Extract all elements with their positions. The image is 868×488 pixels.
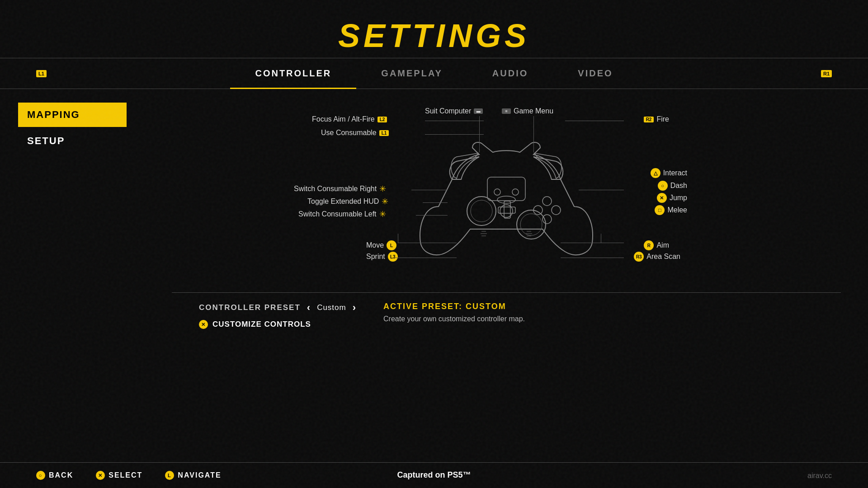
svg-point-1 xyxy=(467,197,496,225)
svg-point-13 xyxy=(500,205,513,217)
label-area-scan: R3 Area Scan xyxy=(634,252,680,262)
label-game-menu: ≡ Game Menu xyxy=(502,107,553,115)
svg-point-12 xyxy=(512,189,519,195)
top-nav: L1 CONTROLLER GAMEPLAY AUDIO VIDEO R1 xyxy=(0,58,868,89)
preset-label: CONTROLLER PRESET xyxy=(199,303,301,312)
label-interact: △ Interact xyxy=(651,168,687,178)
customize-controls-button[interactable]: ✕ CUSTOMIZE CONTROLS xyxy=(199,320,356,329)
tab-audio[interactable]: AUDIO xyxy=(467,58,553,89)
label-switch-consumable-right: Switch Consumable Right ✳ xyxy=(294,184,386,194)
bottom-action-navigate[interactable]: L NAVIGATE xyxy=(165,471,221,480)
label-toggle-hud: Toggle Extended HUD ✳ xyxy=(307,197,388,206)
label-suit-computer: Suit Computer ▬ xyxy=(425,107,483,115)
preset-right: ACTIVE PRESET: CUSTOM Create your own cu… xyxy=(383,302,814,323)
label-move: Move L xyxy=(366,240,396,250)
sidebar: MAPPING SETUP xyxy=(0,89,145,473)
bottom-bar: ○ BACK ✕ SELECT L NAVIGATE Captured on P… xyxy=(0,462,868,488)
svg-point-2 xyxy=(471,200,492,222)
tab-video[interactable]: VIDEO xyxy=(553,58,637,89)
controller-svg-wrap xyxy=(411,130,601,265)
active-preset-desc: Create your own customized controller ma… xyxy=(383,315,814,323)
tab-controller[interactable]: CONTROLLER xyxy=(230,58,356,89)
svg-point-14 xyxy=(497,196,515,203)
svg-point-10 xyxy=(542,215,552,224)
captured-text: Captured on PS5™ xyxy=(397,470,471,480)
svg-point-11 xyxy=(494,189,500,195)
svg-point-4 xyxy=(520,214,542,235)
content-area: MAPPING SETUP xyxy=(0,89,868,473)
label-jump: ✕ Jump xyxy=(657,193,687,203)
page-title: SETTINGS xyxy=(0,0,868,54)
label-switch-consumable-left: Switch Consumable Left ✳ xyxy=(298,209,386,219)
label-melee: □ Melee xyxy=(655,205,687,215)
label-fire: R2 Fire xyxy=(644,115,669,123)
label-sprint: Sprint L3 xyxy=(366,252,398,262)
mapping-area: Suit Computer ▬ ≡ Game Menu Focus Aim / … xyxy=(145,89,868,473)
preset-next-button[interactable]: › xyxy=(353,302,356,314)
svg-point-3 xyxy=(517,210,546,239)
sidebar-item-setup[interactable]: SETUP xyxy=(18,129,127,153)
preset-prev-button[interactable]: ‹ xyxy=(307,302,311,314)
preset-area: CONTROLLER PRESET ‹ Custom › ✕ CUSTOMIZE… xyxy=(172,292,841,336)
svg-point-7 xyxy=(542,197,552,206)
preset-value: Custom xyxy=(317,303,346,312)
nav-tabs: CONTROLLER GAMEPLAY AUDIO VIDEO xyxy=(230,58,637,89)
label-aim: R Aim xyxy=(644,240,669,250)
left-shoulder-badge: L1 xyxy=(36,70,47,77)
watermark: airav.cc xyxy=(807,472,832,480)
preset-selector: CONTROLLER PRESET ‹ Custom › xyxy=(199,302,356,314)
label-dash: ○ Dash xyxy=(658,181,687,191)
active-preset-title: ACTIVE PRESET: CUSTOM xyxy=(383,302,814,311)
label-focus-aim: Focus Aim / Alt-Fire L2 xyxy=(312,115,387,123)
right-shoulder-badge: R1 xyxy=(821,70,832,77)
bottom-action-select[interactable]: ✕ SELECT xyxy=(96,471,142,480)
svg-point-8 xyxy=(552,206,561,215)
tab-gameplay[interactable]: GAMEPLAY xyxy=(356,58,467,89)
svg-rect-0 xyxy=(487,177,525,201)
preset-left: CONTROLLER PRESET ‹ Custom › ✕ CUSTOMIZE… xyxy=(199,302,356,329)
sidebar-item-mapping[interactable]: MAPPING xyxy=(18,103,127,127)
bottom-action-back[interactable]: ○ BACK xyxy=(36,471,73,480)
label-use-consumable: Use Consumable L1 xyxy=(321,129,389,137)
controller-diagram: Suit Computer ▬ ≡ Game Menu Focus Aim / … xyxy=(172,103,841,292)
